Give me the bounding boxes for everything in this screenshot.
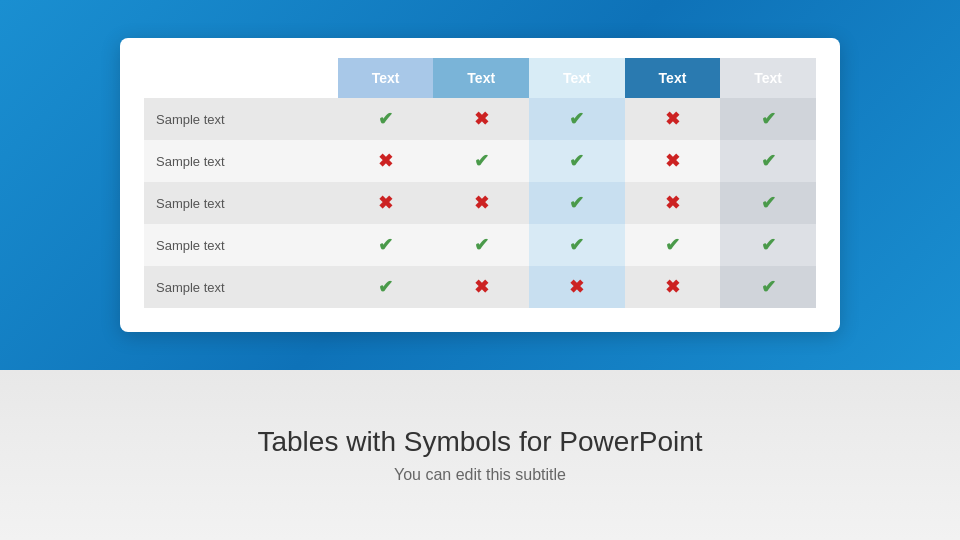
cross-icon: ✖ [474, 109, 489, 129]
row-2-col-3: ✖ [625, 182, 721, 224]
row-2-col-0: ✖ [338, 182, 434, 224]
row-1-col-3: ✖ [625, 140, 721, 182]
row-3-col-2: ✔ [529, 224, 625, 266]
cross-icon: ✖ [474, 277, 489, 297]
row-0-col-2: ✔ [529, 98, 625, 140]
check-icon: ✔ [761, 235, 776, 255]
check-icon: ✔ [761, 277, 776, 297]
check-icon: ✔ [761, 151, 776, 171]
table-row: Sample text✔✖✖✖✔ [144, 266, 816, 308]
row-4-col-1: ✖ [433, 266, 529, 308]
check-icon: ✔ [665, 235, 680, 255]
row-0-label: Sample text [144, 98, 338, 140]
cross-icon: ✖ [665, 277, 680, 297]
cross-icon: ✖ [474, 193, 489, 213]
check-icon: ✔ [474, 235, 489, 255]
row-3-col-4: ✔ [720, 224, 816, 266]
row-0-col-1: ✖ [433, 98, 529, 140]
table-row: Sample text✖✖✔✖✔ [144, 182, 816, 224]
row-1-col-4: ✔ [720, 140, 816, 182]
check-icon: ✔ [569, 109, 584, 129]
table-row: Sample text✔✖✔✖✔ [144, 98, 816, 140]
row-1-col-0: ✖ [338, 140, 434, 182]
check-icon: ✔ [378, 235, 393, 255]
row-3-col-0: ✔ [338, 224, 434, 266]
cross-icon: ✖ [378, 193, 393, 213]
table-row: Sample text✔✔✔✔✔ [144, 224, 816, 266]
row-4-col-2: ✖ [529, 266, 625, 308]
row-2-col-1: ✖ [433, 182, 529, 224]
check-icon: ✔ [569, 235, 584, 255]
row-2-col-4: ✔ [720, 182, 816, 224]
row-1-label: Sample text [144, 140, 338, 182]
row-4-col-3: ✖ [625, 266, 721, 308]
comparison-table: TextTextTextTextText Sample text✔✖✔✖✔Sam… [144, 58, 816, 308]
check-icon: ✔ [378, 109, 393, 129]
cross-icon: ✖ [665, 151, 680, 171]
header-col-4: Text [625, 58, 721, 98]
top-section: TextTextTextTextText Sample text✔✖✔✖✔Sam… [0, 0, 960, 370]
check-icon: ✔ [761, 109, 776, 129]
check-icon: ✔ [378, 277, 393, 297]
row-1-col-1: ✔ [433, 140, 529, 182]
row-1-col-2: ✔ [529, 140, 625, 182]
row-0-col-4: ✔ [720, 98, 816, 140]
header-col-2: Text [433, 58, 529, 98]
page-title: Tables with Symbols for PowerPoint [257, 426, 702, 458]
check-icon: ✔ [474, 151, 489, 171]
header-col-0 [144, 58, 338, 98]
row-4-label: Sample text [144, 266, 338, 308]
check-icon: ✔ [761, 193, 776, 213]
row-3-label: Sample text [144, 224, 338, 266]
row-4-col-4: ✔ [720, 266, 816, 308]
row-3-col-3: ✔ [625, 224, 721, 266]
bottom-section: Tables with Symbols for PowerPoint You c… [0, 370, 960, 540]
table-row: Sample text✖✔✔✖✔ [144, 140, 816, 182]
cross-icon: ✖ [378, 151, 393, 171]
cross-icon: ✖ [569, 277, 584, 297]
row-0-col-0: ✔ [338, 98, 434, 140]
check-icon: ✔ [569, 151, 584, 171]
row-4-col-0: ✔ [338, 266, 434, 308]
row-2-label: Sample text [144, 182, 338, 224]
page-subtitle: You can edit this subtitle [394, 466, 566, 484]
header-col-3: Text [529, 58, 625, 98]
row-0-col-3: ✖ [625, 98, 721, 140]
header-col-5: Text [720, 58, 816, 98]
header-col-1: Text [338, 58, 434, 98]
check-icon: ✔ [569, 193, 584, 213]
row-2-col-2: ✔ [529, 182, 625, 224]
table-card: TextTextTextTextText Sample text✔✖✔✖✔Sam… [120, 38, 840, 332]
cross-icon: ✖ [665, 109, 680, 129]
row-3-col-1: ✔ [433, 224, 529, 266]
cross-icon: ✖ [665, 193, 680, 213]
